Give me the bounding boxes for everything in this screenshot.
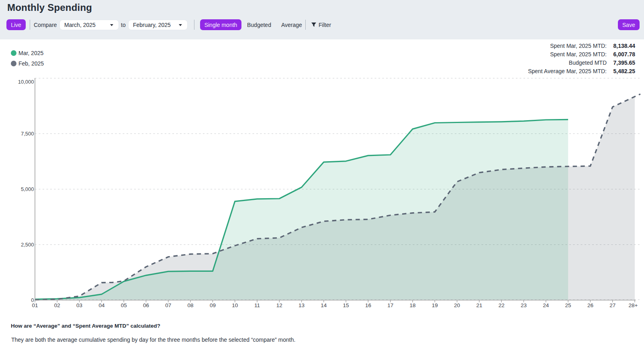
svg-text:5,000: 5,000	[21, 186, 34, 192]
svg-text:10: 10	[232, 302, 238, 308]
svg-text:03: 03	[76, 302, 82, 308]
svg-text:7,500: 7,500	[21, 131, 34, 137]
svg-text:07: 07	[165, 302, 171, 308]
svg-text:24: 24	[543, 302, 549, 308]
svg-text:2,500: 2,500	[21, 242, 34, 248]
svg-text:06: 06	[143, 302, 149, 308]
svg-text:28+: 28+	[629, 302, 638, 308]
svg-text:04: 04	[98, 302, 105, 308]
svg-text:11: 11	[254, 302, 260, 308]
svg-text:05: 05	[121, 302, 127, 308]
svg-text:27: 27	[609, 302, 615, 308]
svg-text:21: 21	[476, 302, 482, 308]
svg-text:12: 12	[276, 302, 282, 308]
svg-text:20: 20	[454, 302, 460, 308]
svg-text:26: 26	[587, 302, 593, 308]
svg-text:19: 19	[432, 302, 438, 308]
svg-text:25: 25	[565, 302, 571, 308]
svg-text:22: 22	[499, 302, 505, 308]
svg-text:02: 02	[54, 302, 60, 308]
svg-text:01: 01	[32, 302, 38, 308]
svg-text:09: 09	[210, 302, 216, 308]
svg-text:17: 17	[387, 302, 393, 308]
svg-text:23: 23	[521, 302, 527, 308]
svg-text:16: 16	[365, 302, 371, 308]
svg-text:14: 14	[321, 302, 327, 308]
svg-text:18: 18	[409, 302, 415, 308]
svg-text:08: 08	[188, 302, 194, 308]
svg-text:15: 15	[343, 302, 349, 308]
svg-text:10,000: 10,000	[18, 79, 34, 85]
svg-text:13: 13	[298, 302, 305, 308]
